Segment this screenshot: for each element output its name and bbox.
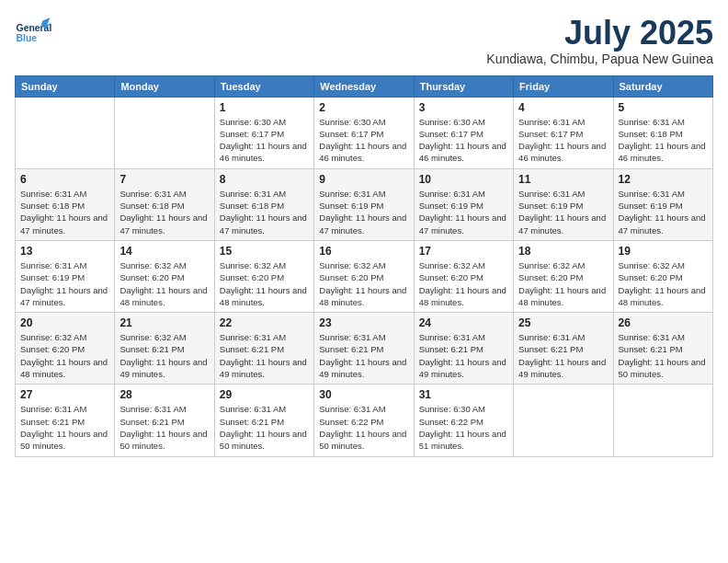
- day-number: 2: [319, 101, 408, 114]
- day-number: 31: [419, 388, 508, 401]
- logo: General Blue: [15, 15, 51, 52]
- day-info: Sunrise: 6:32 AM Sunset: 6:20 PM Dayligh…: [518, 259, 608, 308]
- calendar-cell: 11Sunrise: 6:31 AM Sunset: 6:19 PM Dayli…: [514, 168, 613, 240]
- calendar-cell: [613, 385, 712, 456]
- calendar-cell: 28Sunrise: 6:31 AM Sunset: 6:21 PM Dayli…: [115, 385, 214, 456]
- day-info: Sunrise: 6:31 AM Sunset: 6:21 PM Dayligh…: [319, 331, 408, 380]
- calendar-cell: 5Sunrise: 6:31 AM Sunset: 6:18 PM Daylig…: [613, 97, 712, 168]
- calendar-cell: 3Sunrise: 6:30 AM Sunset: 6:17 PM Daylig…: [414, 97, 513, 168]
- calendar-cell: 23Sunrise: 6:31 AM Sunset: 6:21 PM Dayli…: [314, 313, 414, 385]
- day-info: Sunrise: 6:30 AM Sunset: 6:22 PM Dayligh…: [419, 403, 508, 452]
- calendar-cell: 13Sunrise: 6:31 AM Sunset: 6:19 PM Dayli…: [16, 240, 115, 312]
- day-number: 13: [20, 245, 109, 258]
- calendar-cell: [514, 385, 613, 456]
- col-header-thursday: Thursday: [414, 75, 513, 97]
- day-number: 4: [518, 101, 608, 114]
- calendar-body: 1Sunrise: 6:30 AM Sunset: 6:17 PM Daylig…: [16, 97, 713, 456]
- day-number: 16: [319, 245, 408, 258]
- calendar-header-row: SundayMondayTuesdayWednesdayThursdayFrid…: [16, 75, 713, 97]
- calendar-week-3: 13Sunrise: 6:31 AM Sunset: 6:19 PM Dayli…: [16, 240, 713, 312]
- calendar-cell: 27Sunrise: 6:31 AM Sunset: 6:21 PM Dayli…: [16, 385, 115, 456]
- calendar-week-2: 6Sunrise: 6:31 AM Sunset: 6:18 PM Daylig…: [16, 168, 713, 240]
- calendar-cell: 2Sunrise: 6:30 AM Sunset: 6:17 PM Daylig…: [314, 97, 414, 168]
- calendar-cell: 8Sunrise: 6:31 AM Sunset: 6:18 PM Daylig…: [214, 168, 313, 240]
- day-number: 24: [419, 316, 508, 329]
- day-info: Sunrise: 6:31 AM Sunset: 6:21 PM Dayligh…: [119, 403, 209, 452]
- day-number: 28: [119, 388, 209, 401]
- day-info: Sunrise: 6:32 AM Sunset: 6:20 PM Dayligh…: [20, 331, 109, 380]
- day-number: 11: [518, 173, 608, 186]
- day-info: Sunrise: 6:31 AM Sunset: 6:17 PM Dayligh…: [518, 116, 608, 165]
- day-info: Sunrise: 6:31 AM Sunset: 6:19 PM Dayligh…: [20, 259, 109, 308]
- calendar-cell: [115, 97, 214, 168]
- day-number: 22: [220, 316, 309, 329]
- calendar-cell: 1Sunrise: 6:30 AM Sunset: 6:17 PM Daylig…: [214, 97, 313, 168]
- day-number: 18: [518, 245, 608, 258]
- day-info: Sunrise: 6:31 AM Sunset: 6:21 PM Dayligh…: [619, 331, 708, 380]
- day-number: 1: [220, 101, 309, 114]
- calendar-cell: 15Sunrise: 6:32 AM Sunset: 6:20 PM Dayli…: [214, 240, 313, 312]
- col-header-saturday: Saturday: [613, 75, 712, 97]
- day-number: 8: [220, 173, 309, 186]
- calendar-cell: 6Sunrise: 6:31 AM Sunset: 6:18 PM Daylig…: [16, 168, 115, 240]
- day-number: 29: [220, 388, 309, 401]
- calendar-cell: 17Sunrise: 6:32 AM Sunset: 6:20 PM Dayli…: [414, 240, 513, 312]
- day-number: 20: [20, 316, 109, 329]
- day-info: Sunrise: 6:31 AM Sunset: 6:21 PM Dayligh…: [220, 331, 309, 380]
- col-header-monday: Monday: [115, 75, 214, 97]
- calendar-cell: 20Sunrise: 6:32 AM Sunset: 6:20 PM Dayli…: [16, 313, 115, 385]
- day-info: Sunrise: 6:31 AM Sunset: 6:21 PM Dayligh…: [220, 403, 309, 452]
- general-blue-logo: General Blue: [15, 15, 51, 52]
- day-info: Sunrise: 6:30 AM Sunset: 6:17 PM Dayligh…: [419, 116, 508, 165]
- day-number: 23: [319, 316, 408, 329]
- day-number: 12: [619, 173, 708, 186]
- day-info: Sunrise: 6:32 AM Sunset: 6:21 PM Dayligh…: [119, 331, 209, 380]
- day-number: 17: [419, 245, 508, 258]
- month-year-title: July 2025: [486, 15, 713, 52]
- day-info: Sunrise: 6:31 AM Sunset: 6:19 PM Dayligh…: [619, 188, 708, 236]
- day-info: Sunrise: 6:31 AM Sunset: 6:18 PM Dayligh…: [619, 116, 708, 165]
- day-info: Sunrise: 6:31 AM Sunset: 6:18 PM Dayligh…: [119, 188, 209, 236]
- location-subtitle: Kundiawa, Chimbu, Papua New Guinea: [486, 52, 713, 66]
- calendar-week-5: 27Sunrise: 6:31 AM Sunset: 6:21 PM Dayli…: [16, 385, 713, 456]
- calendar-cell: 14Sunrise: 6:32 AM Sunset: 6:20 PM Dayli…: [115, 240, 214, 312]
- calendar-cell: 24Sunrise: 6:31 AM Sunset: 6:21 PM Dayli…: [414, 313, 513, 385]
- day-info: Sunrise: 6:31 AM Sunset: 6:22 PM Dayligh…: [319, 403, 408, 452]
- day-number: 14: [119, 245, 209, 258]
- calendar-cell: 25Sunrise: 6:31 AM Sunset: 6:21 PM Dayli…: [514, 313, 613, 385]
- day-info: Sunrise: 6:32 AM Sunset: 6:20 PM Dayligh…: [319, 259, 408, 308]
- calendar-table: SundayMondayTuesdayWednesdayThursdayFrid…: [15, 75, 713, 457]
- day-info: Sunrise: 6:31 AM Sunset: 6:21 PM Dayligh…: [20, 403, 109, 452]
- calendar-week-1: 1Sunrise: 6:30 AM Sunset: 6:17 PM Daylig…: [16, 97, 713, 168]
- day-number: 30: [319, 388, 408, 401]
- day-info: Sunrise: 6:31 AM Sunset: 6:19 PM Dayligh…: [419, 188, 508, 236]
- day-number: 3: [419, 101, 508, 114]
- day-number: 25: [518, 316, 608, 329]
- day-info: Sunrise: 6:31 AM Sunset: 6:18 PM Dayligh…: [20, 188, 109, 236]
- day-number: 26: [619, 316, 708, 329]
- day-number: 27: [20, 388, 109, 401]
- day-info: Sunrise: 6:31 AM Sunset: 6:21 PM Dayligh…: [518, 331, 608, 380]
- day-number: 19: [619, 245, 708, 258]
- day-number: 5: [619, 101, 708, 114]
- day-number: 21: [119, 316, 209, 329]
- calendar-cell: 30Sunrise: 6:31 AM Sunset: 6:22 PM Dayli…: [314, 385, 414, 456]
- calendar-cell: 12Sunrise: 6:31 AM Sunset: 6:19 PM Dayli…: [613, 168, 712, 240]
- day-info: Sunrise: 6:31 AM Sunset: 6:19 PM Dayligh…: [319, 188, 408, 236]
- day-info: Sunrise: 6:31 AM Sunset: 6:21 PM Dayligh…: [419, 331, 508, 380]
- calendar-cell: 4Sunrise: 6:31 AM Sunset: 6:17 PM Daylig…: [514, 97, 613, 168]
- svg-text:Blue: Blue: [17, 33, 38, 43]
- day-info: Sunrise: 6:32 AM Sunset: 6:20 PM Dayligh…: [419, 259, 508, 308]
- calendar-cell: 31Sunrise: 6:30 AM Sunset: 6:22 PM Dayli…: [414, 385, 513, 456]
- calendar-cell: 22Sunrise: 6:31 AM Sunset: 6:21 PM Dayli…: [214, 313, 313, 385]
- col-header-friday: Friday: [514, 75, 613, 97]
- calendar-cell: 9Sunrise: 6:31 AM Sunset: 6:19 PM Daylig…: [314, 168, 414, 240]
- page-header: General Blue July 2025 Kundiawa, Chimbu,…: [15, 15, 713, 66]
- calendar-cell: [16, 97, 115, 168]
- calendar-cell: 16Sunrise: 6:32 AM Sunset: 6:20 PM Dayli…: [314, 240, 414, 312]
- day-info: Sunrise: 6:30 AM Sunset: 6:17 PM Dayligh…: [220, 116, 309, 165]
- calendar-cell: 21Sunrise: 6:32 AM Sunset: 6:21 PM Dayli…: [115, 313, 214, 385]
- day-info: Sunrise: 6:31 AM Sunset: 6:18 PM Dayligh…: [220, 188, 309, 236]
- day-info: Sunrise: 6:32 AM Sunset: 6:20 PM Dayligh…: [619, 259, 708, 308]
- day-number: 15: [220, 245, 309, 258]
